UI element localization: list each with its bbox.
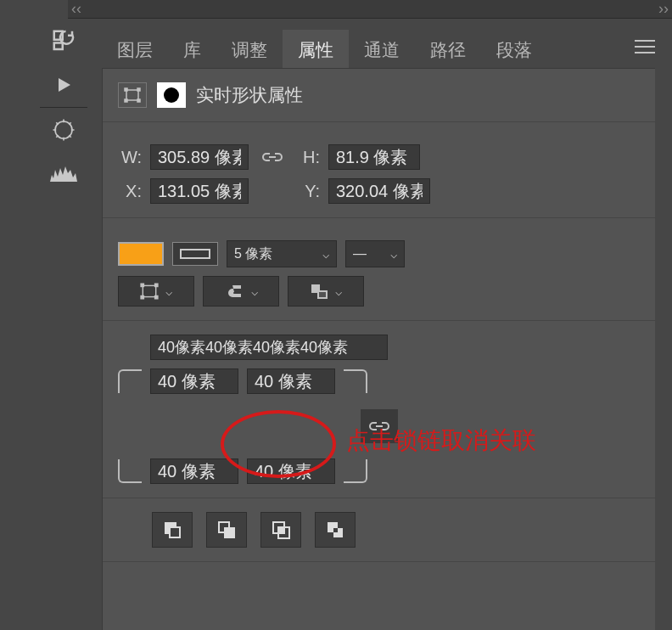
svg-rect-7 bbox=[137, 99, 140, 102]
y-input[interactable] bbox=[328, 178, 430, 204]
link-corners-button[interactable] bbox=[361, 409, 398, 443]
svg-rect-10 bbox=[155, 284, 158, 286]
corner-tl-icon bbox=[118, 369, 142, 393]
corners-section bbox=[103, 321, 655, 498]
chevron-down-icon: ⌵ bbox=[165, 284, 172, 298]
x-label: X: bbox=[118, 182, 142, 201]
height-input[interactable] bbox=[328, 144, 420, 170]
svg-rect-12 bbox=[155, 296, 158, 299]
svg-rect-5 bbox=[137, 88, 140, 91]
tab-layers[interactable]: 图层 bbox=[102, 30, 168, 70]
stroke-style-swatch[interactable] bbox=[172, 242, 218, 266]
svg-rect-16 bbox=[170, 527, 180, 537]
chevron-down-icon: ⌵ bbox=[335, 284, 342, 298]
compass-tool[interactable] bbox=[40, 107, 87, 151]
left-toolbar bbox=[40, 19, 87, 195]
chevron-down-icon: ⌵ bbox=[322, 247, 329, 261]
tab-paths[interactable]: 路径 bbox=[415, 30, 481, 70]
pathops-section bbox=[103, 498, 655, 562]
x-input[interactable] bbox=[150, 178, 249, 204]
corner-tr-input[interactable] bbox=[247, 368, 335, 394]
corners-summary-input[interactable] bbox=[150, 335, 388, 360]
cap-dropdown[interactable]: ⌵ bbox=[203, 276, 279, 307]
play-tool[interactable] bbox=[40, 63, 87, 107]
svg-rect-24 bbox=[333, 528, 338, 532]
stroke-dash-dropdown[interactable]: —⌵ bbox=[345, 240, 405, 267]
panel-header: 实时形状属性 bbox=[103, 69, 655, 122]
pathop-unite[interactable] bbox=[152, 512, 193, 548]
panel-menu-icon[interactable] bbox=[635, 36, 655, 58]
svg-rect-1 bbox=[54, 43, 63, 50]
align-dropdown[interactable]: ⌵ bbox=[118, 276, 194, 307]
histogram-tool[interactable] bbox=[40, 151, 87, 195]
panel-title: 实时形状属性 bbox=[196, 83, 303, 107]
pathop-exclude[interactable] bbox=[315, 512, 356, 548]
stroke-width-value: 5 像素 bbox=[234, 245, 272, 263]
fill-color-swatch[interactable] bbox=[118, 242, 164, 266]
svg-rect-14 bbox=[318, 291, 327, 298]
collapse-right-icon[interactable]: ›› bbox=[658, 0, 669, 18]
panel-tabs: 图层 库 调整 属性 通道 路径 段落 bbox=[102, 30, 655, 70]
pathop-intersect[interactable] bbox=[260, 512, 301, 548]
collapse-left-icon[interactable]: ‹‹ bbox=[71, 0, 81, 18]
svg-rect-18 bbox=[225, 528, 234, 537]
corner-br-icon bbox=[344, 459, 367, 483]
chevron-down-icon: ⌵ bbox=[390, 247, 397, 261]
tab-adjust[interactable]: 调整 bbox=[216, 30, 283, 70]
svg-rect-8 bbox=[143, 285, 155, 296]
svg-rect-11 bbox=[141, 296, 143, 299]
pathop-subtract[interactable] bbox=[206, 512, 247, 548]
tab-paragraph[interactable]: 段落 bbox=[481, 30, 547, 70]
corner-tl-input[interactable] bbox=[150, 368, 238, 394]
corner-br-input[interactable] bbox=[247, 458, 335, 484]
corner-bl-input[interactable] bbox=[150, 458, 238, 484]
y-label: Y: bbox=[296, 182, 320, 201]
svg-rect-21 bbox=[278, 527, 284, 533]
tab-channels[interactable]: 通道 bbox=[349, 30, 415, 70]
svg-rect-3 bbox=[126, 90, 138, 100]
tab-library[interactable]: 库 bbox=[168, 30, 216, 70]
width-input[interactable] bbox=[150, 144, 249, 170]
link-wh-icon[interactable] bbox=[257, 145, 288, 169]
height-label: H: bbox=[296, 148, 320, 167]
history-tool[interactable] bbox=[40, 19, 87, 63]
chevron-down-icon: ⌵ bbox=[251, 284, 258, 298]
mask-icon bbox=[157, 82, 186, 108]
corner-tr-icon bbox=[344, 369, 367, 393]
width-label: W: bbox=[118, 148, 142, 167]
tab-properties[interactable]: 属性 bbox=[283, 30, 349, 70]
svg-rect-9 bbox=[141, 284, 143, 286]
shape-icon bbox=[118, 82, 147, 108]
stroke-width-dropdown[interactable]: 5 像素⌵ bbox=[227, 240, 337, 267]
corner-dropdown[interactable]: ⌵ bbox=[288, 276, 364, 307]
collapse-strip: ‹‹ ›› bbox=[68, 0, 672, 19]
svg-rect-6 bbox=[125, 99, 127, 102]
properties-panel: 实时形状属性 W: H: X: Y: 5 像素⌵ bbox=[102, 68, 655, 630]
appearance-section: 5 像素⌵ —⌵ ⌵ ⌵ ⌵ bbox=[103, 218, 655, 321]
stroke-dash-value: — bbox=[353, 246, 367, 262]
corner-bl-icon bbox=[118, 459, 142, 483]
transform-section: W: H: X: Y: bbox=[103, 122, 655, 218]
svg-rect-4 bbox=[125, 88, 127, 91]
